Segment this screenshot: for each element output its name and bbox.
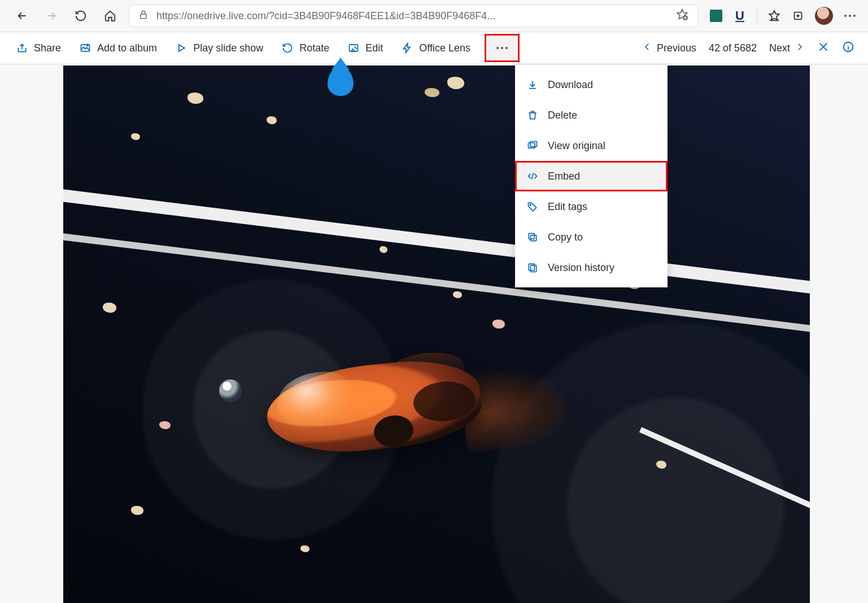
chevron-left-icon [642,42,652,55]
browser-chrome-bar: https://onedrive.live.com/?cid=3B4B90F94… [0,0,868,32]
rotate-label: Rotate [299,42,329,54]
share-label: Share [34,42,61,54]
menu-item-version-history[interactable]: Version history [515,252,668,283]
ellipsis-icon [496,47,508,49]
play-slideshow-label: Play slide show [193,42,263,54]
back-button[interactable] [11,5,33,27]
rotate-button[interactable]: Rotate [279,36,332,60]
edit-image-icon [347,42,360,54]
view-original-label: View original [548,140,605,152]
address-bar[interactable]: https://onedrive.live.com/?cid=3B4B90F94… [129,5,698,27]
svg-rect-6 [529,143,535,148]
browser-menu-icon[interactable] [843,9,857,23]
rotate-icon [281,42,294,54]
more-actions-menu: Download Delete View original Embed Edit… [515,65,668,287]
refresh-button[interactable] [70,5,91,27]
menu-item-edit-tags[interactable]: Edit tags [515,191,668,222]
svg-rect-10 [529,233,534,239]
menu-item-copy-to[interactable]: Copy to [515,222,668,252]
menu-item-delete[interactable]: Delete [515,100,668,130]
copy-to-label: Copy to [548,231,583,243]
extension-u-icon[interactable]: U [733,9,747,23]
previous-button[interactable]: Previous [642,42,696,55]
trash-icon [526,109,539,121]
chevron-right-icon [795,42,805,55]
history-icon [526,261,539,274]
edit-label: Edit [365,42,383,54]
previous-label: Previous [657,42,696,54]
next-button[interactable]: Next [769,42,805,55]
next-label: Next [769,42,790,54]
favorites-icon[interactable] [767,9,781,23]
edit-button[interactable]: Edit [345,36,385,60]
menu-item-embed[interactable]: Embed [515,161,668,191]
delete-label: Delete [548,110,577,121]
share-button[interactable]: Share [14,36,63,60]
add-to-album-label: Add to album [97,42,157,54]
profile-avatar[interactable] [815,7,833,25]
page-counter: 42 of 5682 [709,42,757,54]
add-to-album-button[interactable]: Add to album [77,36,159,60]
svg-rect-0 [141,14,147,19]
embed-icon [526,170,539,182]
edit-tags-label: Edit tags [548,201,587,213]
add-favorite-icon[interactable] [676,8,688,23]
play-slideshow-button[interactable]: Play slide show [173,36,265,60]
home-button[interactable] [99,5,121,27]
extension-evernote-icon[interactable] [709,9,723,23]
browser-right-icons: U [706,7,857,25]
forward-button[interactable] [41,5,62,27]
close-viewer-button[interactable] [817,41,830,55]
download-icon [526,78,539,91]
info-button[interactable] [842,41,854,55]
album-icon [79,42,91,54]
version-history-label: Version history [548,262,614,274]
viewer-toolbar: Share Add to album Play slide show Rotat… [0,32,868,64]
menu-item-download[interactable]: Download [515,69,668,100]
url-text: https://onedrive.live.com/?cid=3B4B90F94… [156,10,668,22]
tag-icon [526,200,539,213]
office-lens-label: Office Lens [419,42,470,54]
toolbar-right-group: Previous 42 of 5682 Next [642,41,854,55]
share-icon [16,42,28,54]
lightning-icon [401,42,413,54]
lock-icon [138,10,149,22]
svg-point-8 [530,204,531,206]
office-lens-button[interactable]: Office Lens [399,36,473,60]
svg-rect-7 [530,142,537,147]
image-viewer[interactable] [63,65,810,603]
more-actions-button[interactable] [486,36,518,60]
menu-item-view-original[interactable]: View original [515,130,668,161]
svg-rect-9 [531,235,536,241]
play-icon [175,42,187,54]
copy-icon [526,231,539,243]
view-original-icon [526,139,539,152]
download-label: Download [548,79,593,91]
embed-label: Embed [548,171,580,182]
divider [757,8,757,24]
collections-icon[interactable] [791,9,805,23]
toolbar-left-group: Share Add to album Play slide show Rotat… [14,36,518,60]
fish-illustration [244,331,538,466]
